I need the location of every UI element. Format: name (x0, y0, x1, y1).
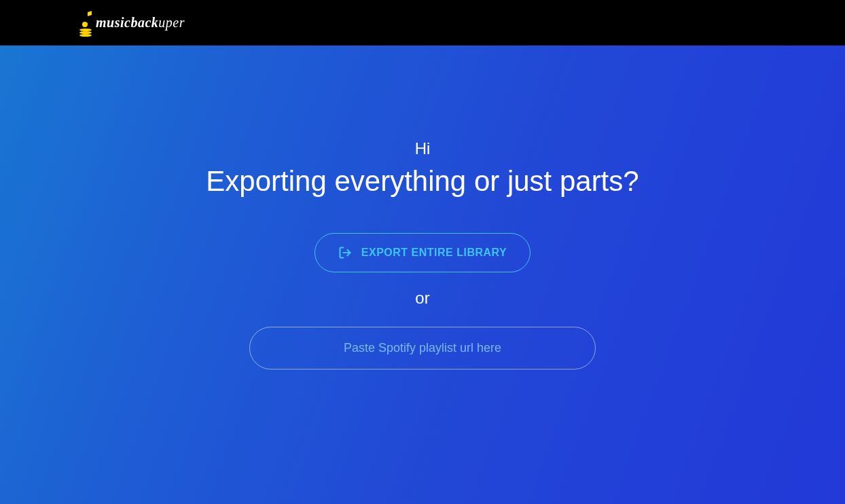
svg-point-2 (79, 34, 92, 37)
music-note-icon (78, 10, 94, 37)
export-library-button[interactable]: EXPORT ENTIRE LIBRARY (314, 233, 531, 272)
greeting-text: Hi (415, 139, 431, 158)
or-separator: or (415, 289, 429, 308)
logo[interactable]: musicbackuper (78, 10, 185, 37)
svg-point-0 (79, 29, 92, 31)
logo-text: musicbackuper (96, 15, 185, 31)
export-icon (338, 246, 352, 259)
playlist-url-input[interactable] (249, 327, 596, 370)
main-content: Hi Exporting everything or just parts? E… (0, 46, 845, 504)
export-button-label: EXPORT ENTIRE LIBRARY (361, 247, 507, 259)
page-title: Exporting everything or just parts? (206, 165, 639, 198)
svg-point-1 (79, 31, 92, 34)
header: musicbackuper (0, 0, 845, 46)
